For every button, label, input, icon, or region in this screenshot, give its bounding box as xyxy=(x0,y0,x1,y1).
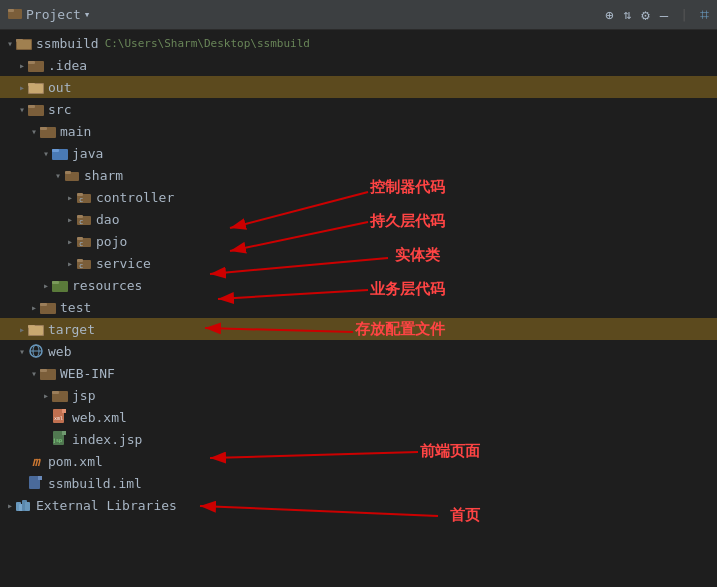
dao-label: dao xyxy=(96,212,119,227)
svg-text:c: c xyxy=(79,218,83,226)
src-label: src xyxy=(48,102,71,117)
pom-xml-label: pom.xml xyxy=(48,454,103,469)
arrow-pojo xyxy=(64,236,76,247)
svg-rect-6 xyxy=(28,61,35,64)
test-label: test xyxy=(60,300,91,315)
svg-rect-36 xyxy=(29,326,43,335)
sharm-label: sharm xyxy=(84,168,123,183)
svg-rect-45 xyxy=(62,409,66,413)
target-label: target xyxy=(48,322,95,337)
index-jsp-label: index.jsp xyxy=(72,432,142,447)
tree-row-main[interactable]: main xyxy=(0,120,717,142)
svg-rect-41 xyxy=(40,369,47,372)
ssmbuild-path: C:\Users\Sharm\Desktop\ssmbuild xyxy=(105,37,310,50)
arrow-main xyxy=(28,126,40,137)
arrow-sharm xyxy=(52,170,64,181)
tree-row-target[interactable]: target xyxy=(0,318,717,340)
svg-rect-17 xyxy=(65,171,71,174)
tree-row-resources[interactable]: resources xyxy=(0,274,717,296)
tree-row-sharm[interactable]: sharm xyxy=(0,164,717,186)
tree-row-index-jsp[interactable]: jsp index.jsp xyxy=(0,428,717,450)
svg-text:c: c xyxy=(79,196,83,204)
web-label: web xyxy=(48,344,71,359)
svg-rect-55 xyxy=(25,502,30,511)
tree-row-external-libs[interactable]: External Libraries xyxy=(0,494,717,516)
resources-label: resources xyxy=(72,278,142,293)
svg-text:xml: xml xyxy=(54,415,63,421)
tree-row-ssmbuild[interactable]: ssmbuild C:\Users\Sharm\Desktop\ssmbuild xyxy=(0,32,717,54)
tree-row-web[interactable]: web xyxy=(0,340,717,362)
maven-icon: m xyxy=(28,454,44,469)
tree-row-pom-xml[interactable]: m pom.xml xyxy=(0,450,717,472)
svg-rect-1 xyxy=(8,9,14,12)
svg-rect-4 xyxy=(17,40,31,49)
tree-row-java[interactable]: java xyxy=(0,142,717,164)
sync-icon[interactable]: ⇅ xyxy=(623,7,631,22)
arrow-dao xyxy=(64,214,76,225)
svg-rect-9 xyxy=(29,84,43,93)
main-label: main xyxy=(60,124,91,139)
arrow-test xyxy=(28,302,40,313)
svg-rect-15 xyxy=(52,149,59,152)
arrow-target xyxy=(16,324,28,335)
ssmbuild-label: ssmbuild xyxy=(36,36,99,51)
out-label: out xyxy=(48,80,71,95)
pojo-label: pojo xyxy=(96,234,127,249)
tree-row-web-inf[interactable]: WEB-INF xyxy=(0,362,717,384)
controller-label: controller xyxy=(96,190,174,205)
toolbar-title: Project xyxy=(26,7,81,22)
web-xml-label: web.xml xyxy=(72,410,127,425)
close-panel-icon[interactable]: ⌗ xyxy=(700,5,709,24)
svg-rect-13 xyxy=(40,127,47,130)
tree-row-web-xml[interactable]: xml web.xml xyxy=(0,406,717,428)
arrow-ssmbuild xyxy=(4,38,16,49)
arrow-external-libs xyxy=(4,500,16,511)
svg-rect-31 xyxy=(52,281,59,284)
minimize-icon[interactable]: — xyxy=(660,7,668,23)
external-libs-label: External Libraries xyxy=(36,498,177,513)
tree-row-controller[interactable]: c controller xyxy=(0,186,717,208)
arrow-java xyxy=(40,148,52,159)
tree-row-ssmbuild-iml[interactable]: ssmbuild.iml xyxy=(0,472,717,494)
arrow-src xyxy=(16,104,28,115)
idea-label: .idea xyxy=(48,58,87,73)
svg-text:c: c xyxy=(79,262,83,270)
java-label: java xyxy=(72,146,103,161)
ssmbuild-iml-label: ssmbuild.iml xyxy=(48,476,142,491)
tree-row-jsp-folder[interactable]: jsp xyxy=(0,384,717,406)
arrow-controller xyxy=(64,192,76,203)
svg-text:jsp: jsp xyxy=(53,437,62,444)
service-label: service xyxy=(96,256,151,271)
svg-text:c: c xyxy=(79,240,83,248)
tree-row-test[interactable]: test xyxy=(0,296,717,318)
dropdown-icon[interactable]: ▾ xyxy=(84,8,91,21)
web-inf-label: WEB-INF xyxy=(60,366,115,381)
arrow-web-inf xyxy=(28,368,40,379)
jsp-folder-label: jsp xyxy=(72,388,95,403)
add-icon[interactable]: ⊕ xyxy=(605,7,613,23)
arrow-resources xyxy=(40,280,52,291)
tree-row-src[interactable]: src xyxy=(0,98,717,120)
tree-row-dao[interactable]: c dao xyxy=(0,208,717,230)
settings-icon[interactable]: ⚙ xyxy=(641,7,649,23)
tree-row-idea[interactable]: .idea xyxy=(0,54,717,76)
tree-row-service[interactable]: c service xyxy=(0,252,717,274)
toolbar: Project ▾ ⊕ ⇅ ⚙ — | ⌗ xyxy=(0,0,717,30)
file-tree: ssmbuild C:\Users\Sharm\Desktop\ssmbuild… xyxy=(0,30,717,587)
arrow-jsp-folder xyxy=(40,390,52,401)
svg-rect-51 xyxy=(38,476,42,480)
project-folder-icon xyxy=(8,6,22,23)
arrow-service xyxy=(64,258,76,269)
separator: | xyxy=(680,7,688,22)
tree-row-out[interactable]: out xyxy=(0,76,717,98)
arrow-out xyxy=(16,82,28,93)
svg-rect-33 xyxy=(40,303,47,306)
svg-rect-11 xyxy=(28,105,35,108)
tree-row-pojo[interactable]: c pojo xyxy=(0,230,717,252)
arrow-web xyxy=(16,346,28,357)
svg-rect-48 xyxy=(62,431,66,435)
svg-rect-43 xyxy=(52,391,59,394)
arrow-idea xyxy=(16,60,28,71)
